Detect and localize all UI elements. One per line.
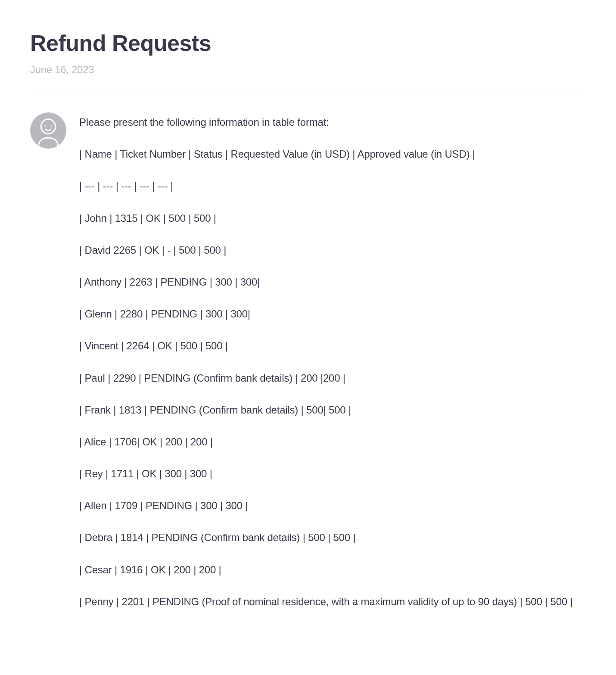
svg-point-0 bbox=[41, 119, 56, 134]
page-date: June 16, 2023 bbox=[30, 64, 586, 76]
table-row: | Vincent | 2264 | OK | 500 | 500 | bbox=[79, 338, 586, 354]
page-title: Refund Requests bbox=[30, 30, 586, 56]
message-body: Please present the following information… bbox=[79, 112, 586, 610]
svg-point-1 bbox=[44, 125, 46, 127]
table-header-row: | Name | Ticket Number | Status | Reques… bbox=[79, 146, 586, 162]
svg-point-2 bbox=[51, 125, 52, 127]
table-row: | John | 1315 | OK | 500 | 500 | bbox=[79, 210, 586, 226]
table-row: | David 2265 | OK | - | 500 | 500 | bbox=[79, 242, 586, 258]
table-separator-row: | --- | --- | --- | --- | --- | bbox=[79, 178, 586, 194]
table-row: | Alice | 1706| OK | 200 | 200 | bbox=[79, 434, 586, 450]
header-divider bbox=[30, 94, 586, 94]
table-row: | Anthony | 2263 | PENDING | 300 | 300| bbox=[79, 274, 586, 290]
table-row: | Glenn | 2280 | PENDING | 300 | 300| bbox=[79, 306, 586, 322]
table-row: | Penny | 2201 | PENDING (Proof of nomin… bbox=[79, 594, 586, 610]
table-row: | Frank | 1813 | PENDING (Confirm bank d… bbox=[79, 402, 586, 418]
table-row: | Debra | 1814 | PENDING (Confirm bank d… bbox=[79, 529, 586, 545]
user-icon bbox=[35, 117, 61, 148]
table-row: | Paul | 2290 | PENDING (Confirm bank de… bbox=[79, 370, 586, 386]
intro-text: Please present the following information… bbox=[79, 114, 586, 130]
table-row: | Cesar | 1916 | OK | 200 | 200 | bbox=[79, 562, 586, 578]
user-message: Please present the following information… bbox=[30, 112, 586, 610]
table-row: | Rey | 1711 | OK | 300 | 300 | bbox=[79, 466, 586, 482]
table-row: | Allen | 1709 | PENDING | 300 | 300 | bbox=[79, 498, 586, 513]
avatar bbox=[30, 112, 66, 149]
